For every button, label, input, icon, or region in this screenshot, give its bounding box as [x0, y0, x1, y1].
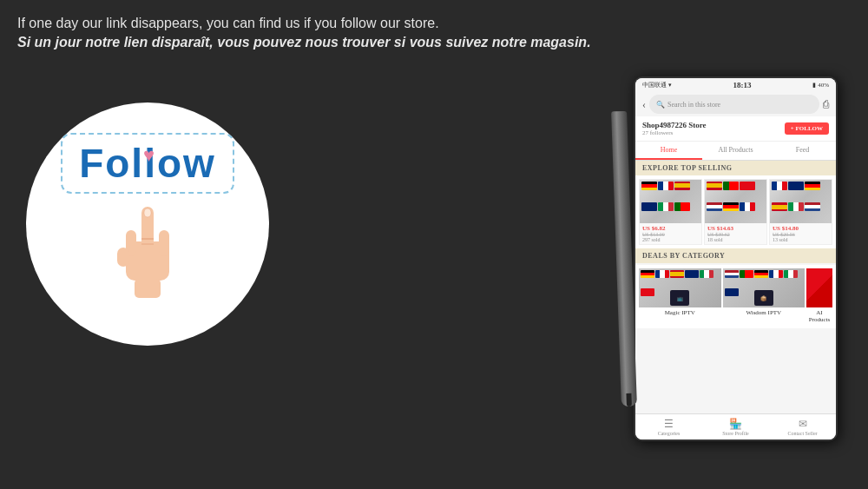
battery-indicator: ▮ 40%	[812, 82, 829, 89]
store-info: Shop4987226 Store 27 followers	[642, 121, 707, 136]
nav-contact-label: Contact Seller	[787, 431, 817, 436]
contact-seller-icon: ✉	[769, 418, 836, 431]
product-card[interactable]: US $14.63 US $39.62 18 sold	[704, 179, 767, 245]
store-profile-icon: 🏪	[702, 418, 769, 431]
nav-store-label: Store Profile	[722, 431, 749, 436]
follow-illustration: ♥ Follow	[17, 85, 278, 363]
category-card[interactable]: 📦 Wisdom IPTV	[723, 268, 806, 325]
phone-device: 中国联通 ▾ 18:13 ▮ 40% ‹ 🔍 Search in this st…	[634, 76, 838, 441]
product-price: US $14.80	[770, 223, 832, 232]
signal-indicator: 中国联通 ▾	[642, 81, 672, 89]
bottom-nav: ☰ Categories 🏪 Store Profile ✉ Contact S…	[635, 413, 836, 439]
search-bar: ‹ 🔍 Search in this store ⎙	[635, 92, 836, 116]
category-label: Magic IPTV	[639, 307, 721, 318]
product-sold: 13 sold	[770, 237, 832, 244]
product-sold: 297 sold	[640, 237, 701, 244]
main-content: ♥ Follow	[0, 59, 868, 450]
phone-tabs: Home All Products Feed	[635, 142, 836, 161]
store-header: Shop4987226 Store 27 followers + FOLLOW	[635, 116, 836, 142]
svg-rect-4	[117, 248, 129, 267]
status-bar: 中国联通 ▾ 18:13 ▮ 40%	[635, 78, 836, 92]
svg-rect-8	[135, 279, 161, 298]
svg-rect-3	[159, 230, 169, 256]
category-image: 📺	[639, 268, 721, 307]
product-price: US $6.82	[640, 223, 701, 232]
nav-contact-seller[interactable]: ✉ Contact Seller	[769, 418, 836, 436]
content-spacer	[635, 328, 836, 413]
search-placeholder-text: Search in this store	[667, 101, 720, 109]
nav-store-profile[interactable]: 🏪 Store Profile	[702, 418, 769, 436]
time-display: 18:13	[733, 81, 752, 89]
product-grid: US $6.82 US $13.00 297 sold	[635, 175, 836, 248]
nav-categories-label: Categories	[658, 431, 681, 436]
store-name: Shop4987226 Store	[642, 121, 707, 129]
category-image: 📦	[723, 268, 806, 307]
product-card[interactable]: US $6.82 US $13.00 297 sold	[639, 179, 702, 245]
category-section: 📺 Magic IPTV	[635, 265, 836, 328]
heart-icon: ♥	[143, 144, 155, 167]
tab-feed[interactable]: Feed	[769, 142, 836, 160]
category-card[interactable]: AI Products	[806, 268, 832, 325]
deals-title: DEALS BY CATEGORY	[635, 248, 836, 263]
tab-home[interactable]: Home	[635, 142, 702, 160]
search-input[interactable]: 🔍 Search in this store	[649, 95, 819, 114]
svg-rect-7	[144, 208, 151, 217]
product-price: US $14.63	[705, 223, 766, 232]
tab-all-products[interactable]: All Products	[702, 142, 769, 160]
search-icon: 🔍	[656, 101, 665, 109]
line2-text: Si un jour notre lien disparaît, vous po…	[17, 35, 851, 50]
category-card[interactable]: 📺 Magic IPTV	[639, 268, 721, 325]
top-text-area: If one day our link disappears, you can …	[0, 0, 868, 59]
product-image	[640, 180, 701, 223]
category-image	[806, 268, 832, 307]
product-sold: 18 sold	[705, 237, 766, 244]
nav-categories[interactable]: ☰ Categories	[635, 418, 702, 436]
categories-icon: ☰	[635, 418, 702, 431]
category-label: Wisdom IPTV	[723, 307, 806, 318]
category-grid: 📺 Magic IPTV	[635, 265, 836, 328]
category-label: AI Products	[806, 307, 832, 325]
share-icon[interactable]: ⎙	[823, 98, 829, 111]
product-image	[705, 180, 766, 223]
hand-cursor-icon	[108, 194, 187, 298]
product-card[interactable]: US $14.80 US $20.56 13 sold	[769, 179, 832, 245]
followers-count: 27 followers	[642, 129, 707, 136]
product-image	[770, 180, 832, 223]
phone-screen: 中国联通 ▾ 18:13 ▮ 40% ‹ 🔍 Search in this st…	[635, 78, 836, 439]
follow-store-button[interactable]: + FOLLOW	[785, 122, 829, 135]
explore-title: EXPLORE TOP SELLING	[635, 161, 836, 175]
back-arrow-icon[interactable]: ‹	[642, 98, 646, 111]
line1-text: If one day our link disappears, you can …	[17, 16, 851, 31]
follow-circle: ♥ Follow	[26, 102, 269, 346]
phone-area: 中国联通 ▾ 18:13 ▮ 40% ‹ 🔍 Search in this st…	[599, 76, 851, 441]
